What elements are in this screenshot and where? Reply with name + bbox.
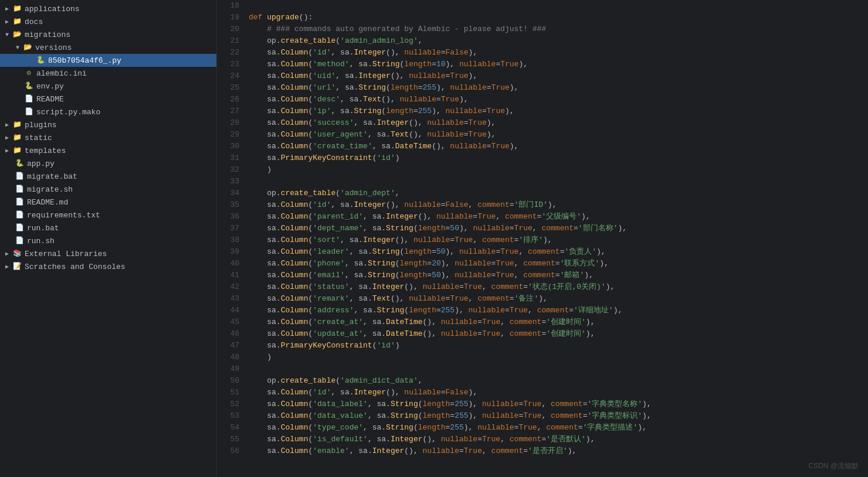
code-line-38: 38 sa.Column('sort', sa.Integer(), nulla… xyxy=(217,234,868,246)
line-content: sa.Column('update_at', sa.DateTime(), nu… xyxy=(246,328,595,340)
folder-icon: 📁 xyxy=(12,120,22,130)
sidebar-item-migrate-sh[interactable]: 📄 migrate.sh xyxy=(0,183,216,196)
txt-file-icon: 📄 xyxy=(23,94,34,104)
sidebar-item-templates[interactable]: ▶ 📁 templates xyxy=(0,144,216,157)
arrow-icon: ▶ xyxy=(2,250,12,257)
code-line-52: 52 sa.Column('data_label', sa.String(len… xyxy=(217,398,868,410)
mako-file-icon: 📄 xyxy=(23,107,34,117)
sidebar-item-run-bat[interactable]: 📄 run.bat xyxy=(0,222,216,234)
code-line-55: 55 sa.Column('is_default', sa.Integer(),… xyxy=(217,434,868,445)
line-content: sa.Column('id', sa.Integer(), nullable=F… xyxy=(246,47,477,59)
sidebar-item-versions[interactable]: ▼ 📂 versions xyxy=(0,41,216,54)
code-line-32: 32 ) xyxy=(217,164,868,176)
sidebar-item-850b[interactable]: 🐍 850b7054a4f6_.py xyxy=(0,54,216,67)
line-content xyxy=(246,176,249,188)
line-number: 53 xyxy=(217,410,246,422)
python-file-icon: 🐍 xyxy=(23,81,34,91)
code-line-43: 43 sa.Column('remark', sa.Text(), nullab… xyxy=(217,293,868,305)
sidebar-item-label: alembic.ini xyxy=(36,69,216,78)
sidebar-item-label: External Libraries xyxy=(25,250,216,258)
sidebar-item-label: static xyxy=(25,134,216,142)
line-number: 54 xyxy=(217,422,246,434)
sidebar-item-migrate-bat[interactable]: 📄 migrate.bat xyxy=(0,170,216,183)
code-line-27: 27 sa.Column('ip', sa.String(length=255)… xyxy=(217,105,868,117)
line-content: sa.Column('type_code', sa.String(length=… xyxy=(246,422,647,434)
sidebar-item-run-sh[interactable]: 📄 run.sh xyxy=(0,234,216,247)
sidebar-item-migrations[interactable]: ▼ 📂 migrations xyxy=(0,28,216,41)
line-number: 22 xyxy=(217,47,246,59)
folder-icon: 📁 xyxy=(12,4,22,14)
sidebar-item-external-libraries[interactable]: ▶ 📚 External Libraries xyxy=(0,247,216,260)
line-content: sa.Column('create_at', sa.DateTime(), nu… xyxy=(246,316,595,328)
code-line-47: 47 sa.PrimaryKeyConstraint('id') xyxy=(217,340,868,352)
sidebar-item-env-py[interactable]: 🐍 env.py xyxy=(0,80,216,93)
sidebar-item-readme[interactable]: 📄 README xyxy=(0,93,216,105)
line-content: sa.Column('sort', sa.Integer(), nullable… xyxy=(246,234,552,246)
code-line-21: 21 op.create_table('admin_admin_log', xyxy=(217,35,868,47)
code-line-44: 44 sa.Column('address', sa.String(length… xyxy=(217,305,868,316)
line-number: 52 xyxy=(217,398,246,410)
sidebar-item-requirements[interactable]: 📄 requirements.txt xyxy=(0,209,216,222)
sidebar-item-static[interactable]: ▶ 📁 static xyxy=(0,131,216,144)
line-number: 51 xyxy=(217,387,246,398)
line-number: 56 xyxy=(217,445,246,457)
line-number: 40 xyxy=(217,258,246,270)
line-content: sa.Column('email', sa.String(length=50),… xyxy=(246,270,594,281)
line-number: 26 xyxy=(217,94,246,105)
sidebar-item-label: run.sh xyxy=(27,237,216,246)
sidebar-item-docs[interactable]: ▶ 📁 docs xyxy=(0,15,216,28)
line-number: 36 xyxy=(217,211,246,223)
code-line-56: 56 sa.Column('enable', sa.Integer(), nul… xyxy=(217,445,868,457)
line-number: 37 xyxy=(217,223,246,234)
code-line-39: 39 sa.Column('leader', sa.String(length=… xyxy=(217,246,868,258)
line-number: 27 xyxy=(217,105,246,117)
code-line-36: 36 sa.Column('parent_id', sa.Integer(), … xyxy=(217,211,868,223)
code-line-49: 49 xyxy=(217,363,868,375)
sidebar-item-label: applications xyxy=(25,5,216,13)
sidebar-item-script-mako[interactable]: 📄 script.py.mako xyxy=(0,105,216,118)
sidebar-item-label: README xyxy=(36,95,216,104)
line-content: sa.Column('uid', sa.Integer(), nullable=… xyxy=(246,70,477,82)
line-number: 42 xyxy=(217,281,246,293)
code-line-31: 31 sa.PrimaryKeyConstraint('id') xyxy=(217,152,868,164)
line-content: sa.Column('leader', sa.String(length=50)… xyxy=(246,246,606,258)
sidebar-item-alembic-ini[interactable]: ⚙ alembic.ini xyxy=(0,67,216,80)
line-content: sa.Column('desc', sa.Text(), nullable=Tr… xyxy=(246,94,469,105)
line-number: 41 xyxy=(217,270,246,281)
line-content: sa.Column('remark', sa.Text(), nullable=… xyxy=(246,293,548,305)
sidebar-item-label: run.bat xyxy=(27,224,216,233)
sidebar-item-scratches[interactable]: ▶ 📝 Scratches and Consoles xyxy=(0,260,216,273)
code-line-20: 20 # ### commands auto generated by Alem… xyxy=(217,23,868,35)
code-line-28: 28 sa.Column('success', sa.Integer(), nu… xyxy=(217,117,868,129)
line-number: 50 xyxy=(217,375,246,387)
line-number: 39 xyxy=(217,246,246,258)
line-number: 34 xyxy=(217,188,246,199)
line-number: 47 xyxy=(217,340,246,352)
sidebar-item-applications[interactable]: ▶ 📁 applications xyxy=(0,2,216,15)
line-number: 19 xyxy=(217,12,246,23)
code-line-40: 40 sa.Column('phone', sa.String(length=2… xyxy=(217,258,868,270)
line-content: sa.PrimaryKeyConstraint('id') xyxy=(246,152,400,164)
sidebar-item-app-py[interactable]: 🐍 app.py xyxy=(0,157,216,170)
sidebar-item-plugins[interactable]: ▶ 📁 plugins xyxy=(0,118,216,131)
line-content: sa.Column('user_agent', sa.Text(), nulla… xyxy=(246,129,496,141)
bat-file-icon: 📄 xyxy=(14,223,25,233)
sidebar-item-label: migrate.sh xyxy=(27,185,216,194)
sidebar-item-label: templates xyxy=(25,146,216,155)
line-content: sa.Column('id', sa.Integer(), nullable=F… xyxy=(246,387,477,398)
sidebar-item-label: docs xyxy=(25,18,216,26)
line-content: sa.Column('url', sa.String(length=255), … xyxy=(246,82,518,94)
line-content: sa.Column('phone', sa.String(length=20),… xyxy=(246,258,609,270)
code-line-51: 51 sa.Column('id', sa.Integer(), nullabl… xyxy=(217,387,868,398)
line-content: op.create_table('admin_admin_log', xyxy=(246,35,423,47)
line-content: ) xyxy=(246,164,272,176)
sidebar-item-readme-md[interactable]: 📄 README.md xyxy=(0,196,216,209)
line-content: sa.Column('status', sa.Integer(), nullab… xyxy=(246,281,615,293)
code-line-33: 33 xyxy=(217,176,868,188)
code-line-30: 30 sa.Column('create_time', sa.DateTime(… xyxy=(217,141,868,152)
file-tree[interactable]: ▶ 📁 applications ▶ 📁 docs ▼ 📂 migrations… xyxy=(0,0,217,477)
code-editor[interactable]: 18 19 def upgrade(): 20 # ### commands a… xyxy=(217,0,868,477)
sidebar-item-label: requirements.txt xyxy=(27,211,216,220)
md-file-icon: 📄 xyxy=(14,197,25,207)
arrow-icon: ▼ xyxy=(13,45,22,51)
